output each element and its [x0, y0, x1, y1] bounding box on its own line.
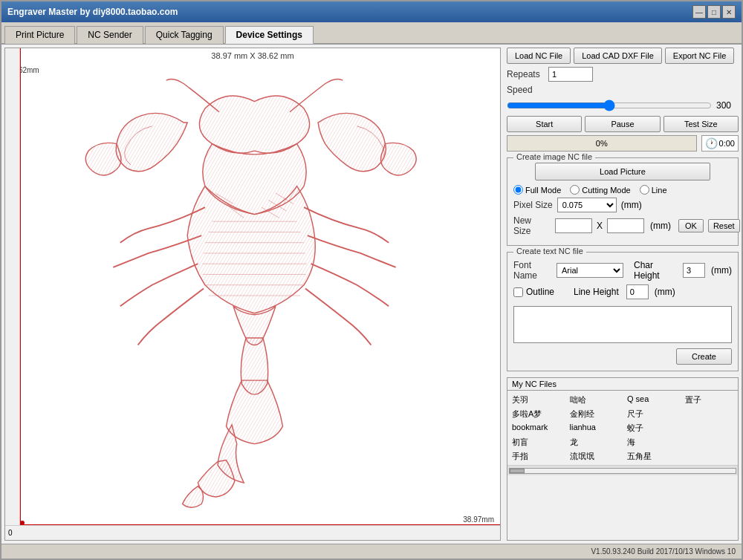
new-size-y-input[interactable] [607, 218, 644, 233]
progress-bar: 0% [507, 135, 697, 152]
list-item[interactable]: 尺子 [626, 408, 678, 420]
list-item[interactable]: 海 [626, 436, 678, 449]
create-button[interactable]: Create [676, 348, 732, 365]
list-item[interactable]: lianhua [568, 422, 620, 434]
create-text-nc-group: Create text NC file Font Name Arial Time… [507, 252, 739, 371]
canvas-label-bottom-right: 38.97mm [463, 515, 494, 524]
canvas-area: 38.97 mm X 38.62 mm 38.62mm [4, 48, 501, 541]
create-text-nc-title: Create text NC file [513, 247, 586, 255]
list-item[interactable] [684, 422, 736, 434]
list-item[interactable]: Q sea [626, 394, 678, 406]
line-height-unit: (mm) [655, 287, 675, 297]
control-button-row: Start Pause Test Size [507, 116, 739, 132]
right-panel: Load NC File Load CAD DXF File Export NC… [504, 45, 742, 544]
reset-button[interactable]: Reset [708, 219, 740, 232]
nc-files-grid: 关羽 咄哈 Q sea 置子 多啦A梦 金刚经 尺子 bookmark lian… [507, 391, 738, 465]
list-item[interactable]: 关羽 [510, 394, 562, 406]
list-item[interactable]: 金刚经 [568, 408, 620, 420]
font-name-row: Font Name Arial Times New Roman Courier … [513, 260, 732, 281]
time-text: 0:00 [719, 139, 735, 148]
mode-radio-row: Full Mode Cutting Mode Line [513, 185, 732, 195]
speed-slider[interactable] [507, 98, 712, 113]
char-height-input[interactable] [683, 263, 705, 278]
list-item[interactable]: 龙 [568, 436, 620, 449]
ruler-zero: 0 [8, 529, 13, 537]
minimize-button[interactable]: — [692, 5, 706, 19]
scorpion-drawing [23, 66, 500, 525]
speed-slider-row: 300 [507, 98, 739, 113]
status-bar: V1.50.93.240 Build 2017/10/13 Windows 10 [1, 544, 742, 559]
pixel-size-row: Pixel Size 0.075 0.1 0.05 (mm) [513, 198, 732, 212]
list-item[interactable]: 五角星 [626, 450, 678, 463]
progress-row: 0% 🕐 0:00 [507, 135, 739, 152]
canvas-ruler-bottom: 0 [5, 525, 500, 540]
progress-text: 0% [596, 139, 608, 148]
pixel-size-select[interactable]: 0.075 0.1 0.05 [557, 198, 617, 212]
line-mode-label: Line [652, 186, 667, 195]
scrollbar-thumb[interactable] [510, 469, 525, 473]
pixel-size-label: Pixel Size [513, 200, 553, 210]
list-item[interactable]: bookmark [510, 422, 562, 434]
cutting-mode-label: Cutting Mode [582, 186, 630, 195]
main-window: Engraver Master by diy8000.taobao.com — … [0, 0, 743, 560]
test-size-button[interactable]: Test Size [663, 116, 739, 132]
maximize-button[interactable]: □ [707, 5, 721, 19]
create-image-nc-group: Create image NC file Load Picture Full M… [507, 157, 739, 246]
char-height-unit: (mm) [711, 265, 732, 276]
full-mode-label: Full Mode [525, 186, 561, 195]
font-name-select[interactable]: Arial Times New Roman Courier New [557, 263, 623, 278]
repeats-label: Repeats [507, 69, 544, 79]
main-content: 38.97 mm X 38.62 mm 38.62mm [1, 45, 742, 544]
list-item[interactable]: 多啦A梦 [510, 408, 562, 420]
new-size-unit: (mm) [650, 221, 671, 231]
load-picture-button[interactable]: Load Picture [535, 163, 710, 180]
list-item[interactable] [684, 436, 736, 449]
list-item[interactable]: fo [510, 464, 562, 465]
list-item[interactable]: taget [626, 464, 678, 465]
char-height-label: Char Height [634, 260, 675, 281]
font-name-label: Font Name [513, 260, 552, 281]
speed-value: 300 [716, 100, 739, 111]
start-button[interactable]: Start [507, 116, 582, 132]
outline-checkbox-label[interactable]: Outline [513, 287, 554, 297]
speed-label: Speed [507, 85, 544, 95]
cutting-mode-radio[interactable]: Cutting Mode [570, 185, 630, 195]
export-nc-button[interactable]: Export NC File [665, 48, 735, 64]
pixel-size-unit: (mm) [621, 200, 642, 210]
line-height-input[interactable] [626, 284, 649, 299]
file-button-row: Load NC File Load CAD DXF File Export NC… [507, 48, 739, 64]
load-nc-file-button[interactable]: Load NC File [507, 48, 571, 64]
text-input-area[interactable] [513, 306, 732, 343]
list-item[interactable] [684, 464, 736, 465]
clock-icon: 🕐 [705, 137, 718, 149]
new-size-row: New Size X (mm) OK Reset [513, 215, 732, 236]
list-item[interactable] [684, 408, 736, 420]
new-size-x-input[interactable] [555, 218, 592, 233]
speed-label-row: Speed [507, 85, 739, 95]
tab-nc-sender[interactable]: NC Sender [77, 26, 143, 44]
tab-quick-tagging[interactable]: Quick Tagging [145, 26, 224, 44]
tab-print-picture[interactable]: Print Picture [4, 26, 75, 44]
new-size-label: New Size [513, 215, 551, 236]
list-item[interactable]: 咄哈 [568, 394, 620, 406]
list-item[interactable]: 流氓氓 [568, 450, 620, 463]
title-bar: Engraver Master by diy8000.taobao.com — … [1, 1, 742, 22]
outline-label: Outline [526, 287, 554, 297]
list-item[interactable]: 花好月圆 [568, 464, 620, 465]
tab-device-settings[interactable]: Device Settings [225, 26, 314, 44]
list-item[interactable]: 蛟子 [626, 422, 678, 434]
list-item[interactable] [684, 450, 736, 463]
pause-button[interactable]: Pause [585, 116, 660, 132]
outline-checkbox[interactable] [513, 287, 523, 297]
line-mode-radio[interactable]: Line [640, 185, 667, 195]
load-cad-dxf-button[interactable]: Load CAD DXF File [574, 48, 662, 64]
ok-button[interactable]: OK [678, 219, 704, 232]
list-item[interactable]: 手指 [510, 450, 562, 463]
repeats-input[interactable] [548, 67, 593, 82]
list-item[interactable]: 初盲 [510, 436, 562, 449]
close-button[interactable]: ✕ [722, 5, 736, 19]
full-mode-radio[interactable]: Full Mode [513, 185, 561, 195]
line-height-label: Line Height [574, 287, 619, 297]
scrollbar-track[interactable] [509, 468, 736, 474]
list-item[interactable]: 置子 [684, 394, 736, 406]
